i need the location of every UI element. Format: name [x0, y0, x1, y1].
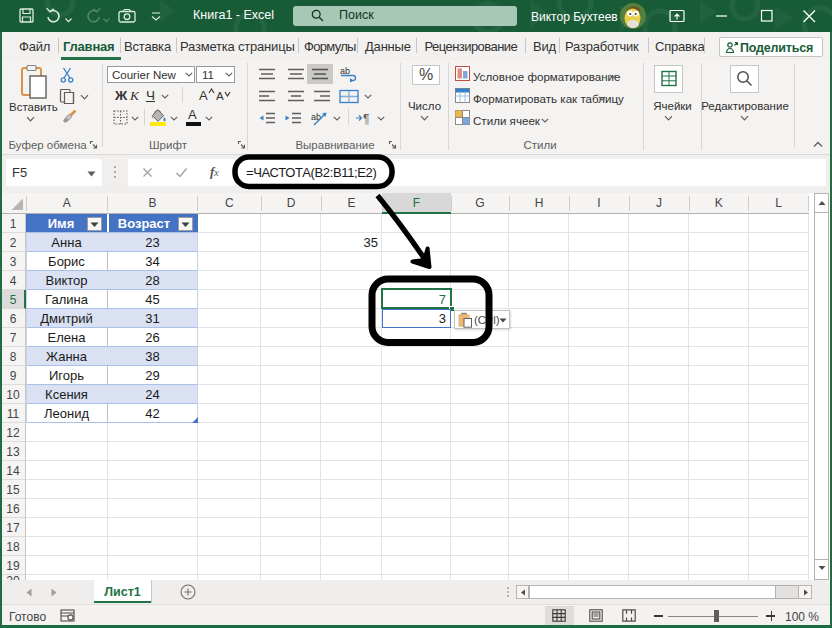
svg-text:ab: ab	[340, 66, 350, 76]
svg-text:¶: ¶	[363, 112, 369, 125]
svg-text:ab: ab	[311, 112, 321, 122]
